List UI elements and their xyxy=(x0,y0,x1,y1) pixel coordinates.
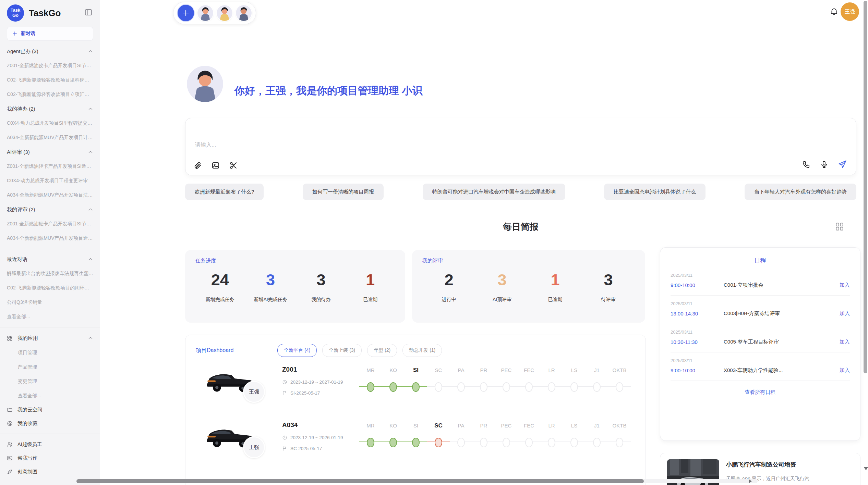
sidebar-item[interactable]: 解释最新出台的欧盟报废车法规再生塑料比例被调至15%... xyxy=(7,266,93,281)
join-meeting-link[interactable]: 加入 xyxy=(840,367,850,374)
horizontal-scrollbar-thumb[interactable] xyxy=(76,479,644,483)
join-meeting-link[interactable]: 加入 xyxy=(840,339,850,345)
project-owner-avatar[interactable]: 王强 xyxy=(243,436,265,458)
screenshot-scissors-icon[interactable] xyxy=(229,161,238,170)
card-title: 我的评审 xyxy=(422,258,635,264)
project-row[interactable]: 王强 A034 2023-12-19 ~ 2026-01-19 SC-2025-… xyxy=(185,414,646,469)
suggestion-chip[interactable]: 比亚迪全固态电池计划具体说了什么 xyxy=(604,184,706,200)
stat: 3 新增AI完成任务 xyxy=(254,270,287,303)
milestone-dot xyxy=(389,438,397,447)
member-avatar-1[interactable] xyxy=(197,5,213,21)
sidebar-item[interactable]: A034-全新新能源MUV产品开发项目计划变更表编写 xyxy=(7,130,93,145)
project-code: Z001 xyxy=(282,366,297,373)
dashboard-filter[interactable]: 年型 (2) xyxy=(367,344,397,357)
schedule-item[interactable]: 2025/03/11 13:00-14:30 C003|H0B-方案冻结评审 加… xyxy=(671,296,850,324)
microphone-icon[interactable] xyxy=(820,160,828,169)
chevron-up-icon[interactable] xyxy=(88,335,93,341)
sidebar-item[interactable]: A034-全新新能源MUV产品开发项目法规符合性评审 xyxy=(7,188,93,202)
new-chat-button[interactable]: 新对话 xyxy=(7,27,93,40)
scroll-down-arrow[interactable] xyxy=(864,467,868,470)
chevron-up-icon[interactable] xyxy=(88,257,93,262)
sidebar-item[interactable]: Z001-全新燃油轻卡产品开发项目SI节点属性5D文件评审 xyxy=(7,216,93,231)
view-all-schedule-link[interactable]: 查看所有日程 xyxy=(671,381,850,404)
suggestion-chip[interactable]: 当下年轻人对汽车外观有怎样的喜好趋势 xyxy=(745,184,856,200)
sidebar-item[interactable]: C02-飞腾新能源轻客改款项目里程碑画布 xyxy=(7,73,93,87)
milestone-label: FEC xyxy=(518,366,540,375)
voice-call-icon[interactable] xyxy=(802,160,810,169)
stat: 3 我的待办 xyxy=(305,270,336,303)
sidebar-item[interactable]: 查看全部... xyxy=(7,309,93,324)
notification-bell-icon[interactable] xyxy=(830,7,839,16)
dashboard-filter[interactable]: 动总开发 (1) xyxy=(402,344,442,357)
sidebar-section-header[interactable]: 我的评审 (2) xyxy=(7,203,93,216)
sidebar-item-badge[interactable]: 我的收藏 xyxy=(7,416,93,430)
collapse-sidebar-icon[interactable] xyxy=(84,8,93,16)
user-avatar[interactable]: 王强 xyxy=(841,2,859,21)
sidebar-item-image[interactable]: 帮我写作 xyxy=(7,451,93,465)
join-meeting-link[interactable]: 加入 xyxy=(840,310,850,317)
schedule-items: 2025/03/11 9:00-10:00 C001-立项审批会 加入 2025… xyxy=(671,267,850,381)
sidebar-item-users[interactable]: AI超级员工 xyxy=(7,437,93,451)
member-avatar-2[interactable] xyxy=(217,5,232,21)
sidebar-section-header[interactable]: AI评审 (3) xyxy=(7,145,93,159)
scroll-right-arrow[interactable] xyxy=(749,479,752,483)
sidebar-item[interactable]: C02-飞腾新能源轻客改款项目立项汇报方案 xyxy=(7,87,93,101)
suggestion-chip[interactable]: 如何写一份清晰的项目周报 xyxy=(303,184,384,200)
schedule-item[interactable]: 2025/03/11 9:00-10:00 X003-车辆动力学性能验... 加… xyxy=(671,352,850,381)
sidebar-item[interactable]: C02-飞腾新能源轻客改款项目的闭环通告反馈情况 xyxy=(7,281,93,295)
sidebar-item-pen[interactable]: 创意制图 xyxy=(7,465,93,478)
attachment-icon[interactable] xyxy=(194,161,202,170)
suggestion-chip[interactable]: 欧洲新规最近颁布了什么? xyxy=(185,184,264,200)
sidebar-item-label: 我的收藏 xyxy=(17,420,37,427)
add-member-button[interactable] xyxy=(178,5,194,21)
schedule-row: 10:30-11:30 C005-整车工程目标评审 加入 xyxy=(671,339,850,345)
milestone-label: OKTB xyxy=(608,421,631,430)
vertical-scrollbar-thumb[interactable] xyxy=(864,1,867,373)
chevron-up-icon[interactable] xyxy=(88,106,93,112)
chat-input[interactable]: 请输入... xyxy=(185,118,856,175)
sidebar-subitem[interactable]: 项目管理 xyxy=(7,345,93,360)
horizontal-scrollbar-track[interactable] xyxy=(76,479,758,483)
stat: 2 进行中 xyxy=(434,270,465,303)
image-upload-icon[interactable] xyxy=(212,161,220,170)
sidebar-subitem[interactable]: 查看全部... xyxy=(7,388,93,403)
milestone-label: J1 xyxy=(586,366,608,375)
dashboard-filter[interactable]: 全新平台 (4) xyxy=(277,344,317,357)
widgets-grid-icon[interactable] xyxy=(835,222,844,231)
sidebar-section-header[interactable]: 最近对话 xyxy=(7,252,93,266)
schedule-item[interactable]: 2025/03/11 10:30-11:30 C005-整车工程目标评审 加入 xyxy=(671,324,850,352)
sidebar-item-my-apps[interactable]: 我的应用 xyxy=(7,331,93,345)
sidebar-section-header[interactable]: Agent已办 (3) xyxy=(7,45,93,58)
member-avatar-3[interactable] xyxy=(236,5,252,21)
stat: 1 已逾期 xyxy=(355,270,386,303)
stat-value: 2 xyxy=(434,270,465,289)
chevron-up-icon[interactable] xyxy=(88,49,93,54)
send-icon[interactable] xyxy=(838,160,847,169)
sidebar-item[interactable]: 公司Q3轻卡销量 xyxy=(7,295,93,309)
milestone-dot xyxy=(525,382,533,392)
schedule-meeting-title: C001-立项审批会 xyxy=(724,282,840,288)
sidebar-section-header[interactable]: 我的待办 (2) xyxy=(7,102,93,116)
project-row[interactable]: 王强 Z001 2023-12-19 ~ 2027-01-19 SI-2025-… xyxy=(185,358,646,414)
stat-label: 进行中 xyxy=(434,297,465,303)
sidebar-item[interactable]: A034-全新新能源MUV产品开发项目造型可行性评审 xyxy=(7,231,93,245)
folder-icon xyxy=(7,407,13,413)
milestone-PEC: PEC xyxy=(495,366,518,403)
sidebar-subitem[interactable]: 产品管理 xyxy=(7,360,93,374)
sidebar-item-folder[interactable]: 我的云空间 xyxy=(7,403,93,416)
stat-value: 3 xyxy=(254,270,287,289)
dashboard-filter[interactable]: 全新上装 (3) xyxy=(322,344,362,357)
suggestion-chip[interactable]: 特朗普可能对进口汽车增税会对中国车企造成哪些影响 xyxy=(423,184,565,200)
milestone-dot xyxy=(367,382,374,392)
sidebar-subitem[interactable]: 变更管理 xyxy=(7,374,93,388)
sidebar-item[interactable]: C0X4-动力总成开发项目SI里程碑提交物检查 xyxy=(7,116,93,130)
sidebar-item[interactable]: Z001-全新燃油皮卡产品开发项目SI节点Lesson Learn报告 xyxy=(7,58,93,73)
schedule-item[interactable]: 2025/03/11 9:00-10:00 C001-立项审批会 加入 xyxy=(671,267,850,296)
sidebar-item[interactable]: C0X4-动力总成开发项目工程变更评审 xyxy=(7,173,93,188)
chevron-up-icon[interactable] xyxy=(88,149,93,155)
milestone-OKTB: OKTB xyxy=(608,421,631,459)
join-meeting-link[interactable]: 加入 xyxy=(840,282,850,288)
chevron-up-icon[interactable] xyxy=(88,207,93,212)
sidebar-item[interactable]: Z001-全新燃油轻卡产品开发项目SI造型提交物评审 xyxy=(7,159,93,173)
project-owner-avatar[interactable]: 王强 xyxy=(243,381,265,403)
